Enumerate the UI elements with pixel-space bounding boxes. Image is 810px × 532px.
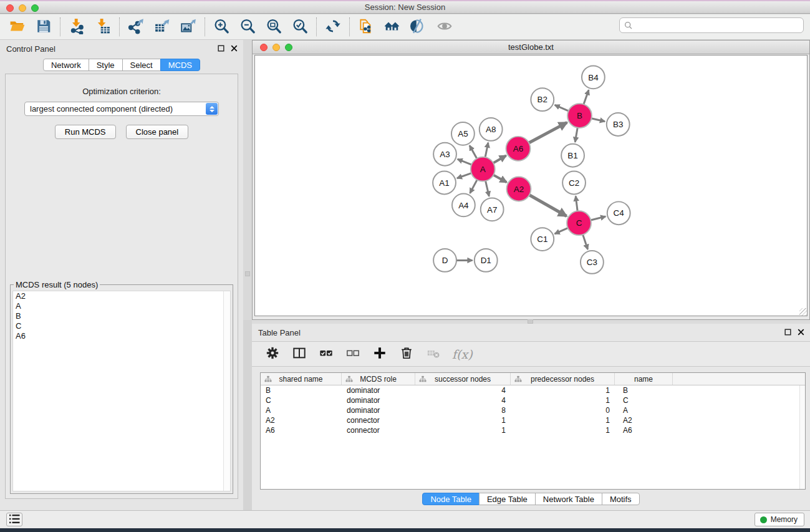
run-mcds-button[interactable]: Run MCDS xyxy=(55,125,116,139)
graph-node-B[interactable]: B xyxy=(567,104,592,128)
graph-node-A2[interactable]: A2 xyxy=(507,177,531,201)
table-cell: 4 xyxy=(415,395,511,405)
column-header-label: name xyxy=(634,375,653,384)
divider-grip[interactable] xyxy=(245,271,250,276)
column-header-label: predecessor nodes xyxy=(531,375,594,384)
mcds-result-item[interactable]: A6 xyxy=(13,331,230,341)
tab-mcds[interactable]: MCDS xyxy=(160,59,200,71)
zoom-in-button[interactable] xyxy=(213,18,230,36)
mcds-result-item[interactable]: A xyxy=(13,301,230,311)
graph-node-B3[interactable]: B3 xyxy=(607,113,630,136)
resize-corner-handle[interactable] xyxy=(799,308,807,316)
graph-node-A4[interactable]: A4 xyxy=(452,193,475,216)
graph-node-C[interactable]: C xyxy=(567,211,591,235)
close-panel-button[interactable]: Close panel xyxy=(126,125,189,139)
save-button[interactable] xyxy=(35,18,52,36)
table-row[interactable]: Bdominator41B xyxy=(261,385,805,395)
divider-grip[interactable] xyxy=(528,319,533,324)
column-header-shared-name[interactable]: shared name xyxy=(261,373,342,385)
split-view-icon xyxy=(292,346,306,362)
settings-button[interactable] xyxy=(264,346,281,362)
graph-node-D1[interactable]: D1 xyxy=(475,249,498,272)
select-all-button[interactable] xyxy=(318,346,334,362)
close-traffic-light-icon[interactable] xyxy=(6,4,14,12)
mcds-result-list[interactable]: A2ABCA6 xyxy=(12,291,231,491)
mcds-result-item[interactable]: C xyxy=(13,321,230,331)
mcds-result-item[interactable]: A2 xyxy=(13,291,230,301)
tab-node-table[interactable]: Node Table xyxy=(422,493,480,505)
close-panel-icon[interactable] xyxy=(797,328,805,336)
zoom-fit-button[interactable] xyxy=(265,18,282,36)
graph-node-B1[interactable]: B1 xyxy=(561,144,584,167)
minimize-traffic-light-icon[interactable] xyxy=(272,44,280,51)
tab-style[interactable]: Style xyxy=(89,59,123,71)
network-canvas[interactable]: B4B2BB3A8A5A6A3B1AA1C2A2A4A7C4CC1C3DD1 xyxy=(254,55,808,316)
eye-button[interactable] xyxy=(436,18,453,36)
network-window-title: testGlobe.txt xyxy=(508,42,554,52)
refresh-button[interactable] xyxy=(324,18,342,36)
zoom-selected-icon xyxy=(292,18,308,36)
close-traffic-light-icon[interactable] xyxy=(260,44,268,51)
graph-node-C4[interactable]: C4 xyxy=(607,201,630,225)
memory-button[interactable]: Memory xyxy=(755,513,804,526)
float-panel-icon[interactable] xyxy=(784,328,792,336)
tab-select[interactable]: Select xyxy=(122,59,161,71)
graph-node-B4[interactable]: B4 xyxy=(582,65,605,89)
search-input[interactable] xyxy=(634,19,803,32)
column-header-name[interactable]: name xyxy=(615,373,673,385)
column-header-successor-nodes[interactable]: successor nodes xyxy=(415,373,511,385)
details-button[interactable] xyxy=(410,18,427,36)
table-row[interactable]: A6connector11A6 xyxy=(261,425,805,435)
vertical-split-divider[interactable] xyxy=(243,40,252,320)
close-panel-icon[interactable] xyxy=(230,44,238,52)
tab-motifs[interactable]: Motifs xyxy=(602,493,640,505)
column-header-MCDS-role[interactable]: MCDS role xyxy=(342,373,415,385)
import-table-button[interactable] xyxy=(94,18,112,36)
mcds-list-scrollbar[interactable] xyxy=(223,291,230,491)
delete-button[interactable] xyxy=(398,346,415,362)
graph-node-C3[interactable]: C3 xyxy=(581,251,604,274)
export-table-button[interactable] xyxy=(153,18,171,36)
svg-text:C3: C3 xyxy=(587,258,597,267)
float-panel-icon[interactable] xyxy=(217,44,225,52)
search-field[interactable] xyxy=(619,17,804,33)
graph-node-C1[interactable]: C1 xyxy=(531,228,554,251)
table-row[interactable]: A2connector11A2 xyxy=(261,415,805,425)
export-network-button[interactable] xyxy=(127,18,145,36)
home-button[interactable] xyxy=(383,18,401,36)
graph-node-A7[interactable]: A7 xyxy=(481,198,504,221)
export-image-button[interactable] xyxy=(180,18,197,36)
add-button[interactable] xyxy=(372,346,388,362)
graph-node-D[interactable]: D xyxy=(433,249,456,272)
tab-edge-table[interactable]: Edge Table xyxy=(479,493,536,505)
zoom-out-button[interactable] xyxy=(239,18,256,36)
zoom-traffic-light-icon[interactable] xyxy=(31,4,39,12)
table-row[interactable]: Cdominator41C xyxy=(261,395,805,405)
table-row[interactable]: Adominator80A xyxy=(261,405,805,415)
column-header-predecessor-nodes[interactable]: predecessor nodes xyxy=(511,373,615,385)
network-window-titlebar[interactable]: testGlobe.txt xyxy=(253,41,809,54)
open-folder-button[interactable] xyxy=(9,18,26,36)
import-network-button[interactable] xyxy=(68,18,85,36)
clone-network-button[interactable] xyxy=(357,18,375,36)
graph-node-A3[interactable]: A3 xyxy=(433,143,456,166)
criterion-dropdown[interactable]: largest connected component (directed) xyxy=(24,102,219,116)
zoom-selected-button[interactable] xyxy=(291,18,309,36)
graph-node-A6[interactable]: A6 xyxy=(506,137,531,161)
graph-node-A5[interactable]: A5 xyxy=(451,122,475,145)
graph-node-A[interactable]: A xyxy=(471,157,495,181)
criterion-dropdown-value: largest connected component (directed) xyxy=(30,104,173,114)
split-view-button[interactable] xyxy=(291,346,307,362)
deselect-all-button[interactable] xyxy=(345,346,361,362)
minimize-traffic-light-icon[interactable] xyxy=(19,4,26,12)
graph-node-A1[interactable]: A1 xyxy=(433,172,456,195)
task-history-button[interactable] xyxy=(6,513,22,526)
table-scrollbar[interactable] xyxy=(799,385,805,489)
graph-node-C2[interactable]: C2 xyxy=(562,172,586,195)
tab-network-table[interactable]: Network Table xyxy=(535,493,602,505)
graph-node-A8[interactable]: A8 xyxy=(480,118,503,141)
tab-network[interactable]: Network xyxy=(43,59,89,71)
graph-node-B2[interactable]: B2 xyxy=(531,88,554,111)
mcds-result-item[interactable]: B xyxy=(13,311,230,321)
zoom-traffic-light-icon[interactable] xyxy=(285,44,292,51)
